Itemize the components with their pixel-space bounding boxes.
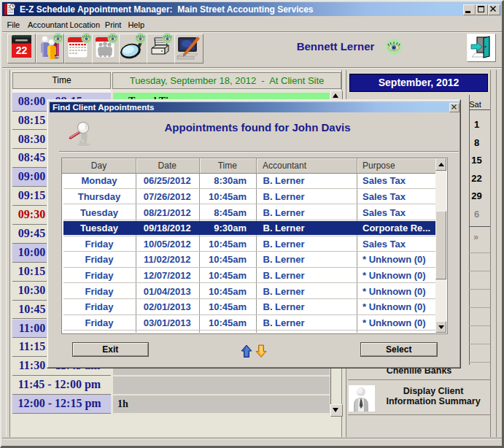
svg-text:22: 22 <box>16 45 28 56</box>
